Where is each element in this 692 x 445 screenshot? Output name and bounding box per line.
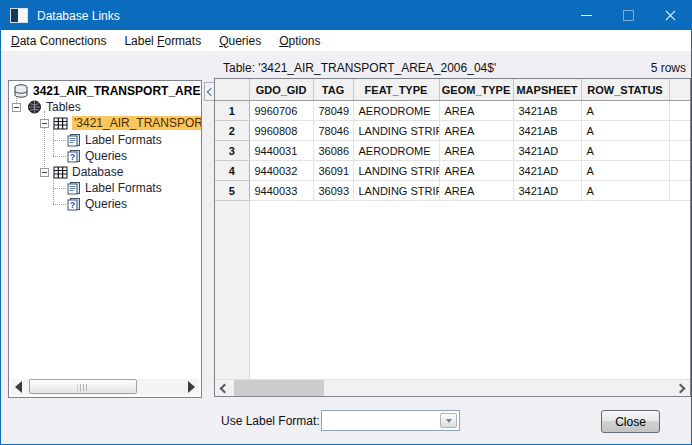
- column-header[interactable]: FEAT_TYPE: [353, 79, 439, 101]
- table-cell[interactable]: 9440033: [249, 181, 313, 201]
- table-cell[interactable]: LANDING STRIP: [353, 121, 439, 141]
- collapse-expander-icon[interactable]: [12, 103, 21, 112]
- tree-node-queries[interactable]: ? Queries: [66, 148, 127, 164]
- row-header[interactable]: 4: [215, 161, 249, 181]
- table-cell[interactable]: LANDING STRIP: [353, 181, 439, 201]
- table-cell[interactable]: A: [581, 101, 669, 121]
- table-cell[interactable]: LANDING STRIP: [353, 161, 439, 181]
- tree-node-queries[interactable]: ? Queries: [66, 196, 127, 212]
- tree-node-label-formats[interactable]: Label Formats: [66, 132, 162, 148]
- scroll-left-icon[interactable]: [15, 381, 22, 393]
- tree-connector: [53, 127, 54, 156]
- tree-connector: [53, 188, 66, 189]
- table-cell[interactable]: A: [581, 161, 669, 181]
- table-grid-icon: [53, 166, 68, 179]
- close-button[interactable]: Close: [601, 410, 660, 433]
- table-cell[interactable]: 9440032: [249, 161, 313, 181]
- grid-scrollbar-thumb[interactable]: [234, 380, 324, 396]
- table-cell[interactable]: [669, 121, 691, 141]
- tree-node-connection-root[interactable]: 3421_AIR_TRANSPORT_AREA: [13, 83, 202, 99]
- scroll-right-icon[interactable]: [188, 381, 195, 393]
- corner-header[interactable]: [215, 79, 249, 101]
- table-cell[interactable]: 3421AB: [513, 121, 581, 141]
- table-cell[interactable]: [669, 101, 691, 121]
- table-cell[interactable]: [669, 141, 691, 161]
- row-header[interactable]: 3: [215, 141, 249, 161]
- tree-node-table-selected[interactable]: '3421_AIR_TRANSPORT_AREA_2006_04$': [40, 115, 202, 131]
- column-header[interactable]: GDO_GID: [249, 79, 313, 101]
- table-cell[interactable]: 36086: [313, 141, 353, 161]
- table-cell[interactable]: 9960706: [249, 101, 313, 121]
- label-format-combobox[interactable]: [321, 410, 460, 431]
- column-header[interactable]: GEOM_TYPE: [439, 79, 513, 101]
- tree-node-label: Label Formats: [85, 133, 162, 147]
- table-cell[interactable]: 36093: [313, 181, 353, 201]
- menu-options[interactable]: Options: [270, 34, 329, 48]
- row-header[interactable]: 5: [215, 181, 249, 201]
- column-header[interactable]: ROW_STATUS: [581, 79, 669, 101]
- table-cell[interactable]: AERODROME: [353, 141, 439, 161]
- menu-queries[interactable]: Queries: [210, 34, 270, 48]
- tree-node-label-formats[interactable]: Label Formats: [66, 180, 162, 196]
- label-formats-icon: [66, 181, 81, 195]
- row-header[interactable]: 2: [215, 121, 249, 141]
- table-cell[interactable]: AREA: [439, 161, 513, 181]
- tree-connector: [53, 204, 66, 205]
- table-cell[interactable]: [669, 161, 691, 181]
- tree-node-label: '3421_AIR_TRANSPORT_AREA_2006_04$': [72, 116, 202, 130]
- combobox-dropdown-button[interactable]: [440, 413, 457, 428]
- table-row: 1 9960706 78049 AERODROME AREA 3421AB A: [215, 101, 691, 121]
- table-cell[interactable]: 3421AD: [513, 161, 581, 181]
- table-cell[interactable]: A: [581, 121, 669, 141]
- grid-horizontal-scrollbar[interactable]: [215, 379, 690, 396]
- row-header[interactable]: 1: [215, 101, 249, 121]
- tree-node-label: Queries: [85, 149, 127, 163]
- table-cell[interactable]: AREA: [439, 181, 513, 201]
- row-header-column-extension: [215, 201, 250, 380]
- menu-bar: Data Connections Label Formats Queries O…: [1, 30, 691, 51]
- minimize-button[interactable]: [565, 1, 607, 30]
- connection-tree-panel: 3421_AIR_TRANSPORT_AREA Tables '3421_AIR…: [8, 80, 202, 398]
- header-row: GDO_GID TAG FEAT_TYPE GEOM_TYPE MAPSHEET…: [215, 79, 691, 101]
- scroll-right-icon[interactable]: [673, 380, 690, 396]
- table-cell[interactable]: 78049: [313, 101, 353, 121]
- column-header[interactable]: TAG: [313, 79, 353, 101]
- close-button-label: Close: [615, 415, 646, 429]
- table-cell[interactable]: 3421AD: [513, 181, 581, 201]
- collapse-expander-icon[interactable]: [40, 168, 49, 177]
- table-cell[interactable]: 9960808: [249, 121, 313, 141]
- table-cell[interactable]: 9440031: [249, 141, 313, 161]
- menu-label-formats[interactable]: Label Formats: [115, 34, 210, 48]
- app-icon: [10, 8, 28, 23]
- maximize-icon: [623, 10, 634, 21]
- table-cell[interactable]: A: [581, 181, 669, 201]
- table-cell[interactable]: [669, 181, 691, 201]
- column-header[interactable]: MAPSHEET: [513, 79, 581, 101]
- table-cell[interactable]: 36091: [313, 161, 353, 181]
- close-icon: [665, 10, 676, 21]
- tree-horizontal-scrollbar[interactable]: [11, 379, 199, 395]
- table-cell[interactable]: A: [581, 141, 669, 161]
- queries-icon: ?: [66, 149, 81, 163]
- table-cell[interactable]: 3421AB: [513, 101, 581, 121]
- scroll-left-icon[interactable]: [215, 380, 232, 396]
- table-cell[interactable]: AREA: [439, 101, 513, 121]
- table-cell[interactable]: 3421AD: [513, 141, 581, 161]
- tree-node-database[interactable]: Database: [40, 164, 123, 180]
- close-window-button[interactable]: [649, 1, 691, 30]
- tree-node-tables[interactable]: Tables: [12, 99, 81, 115]
- tree-scrollbar-thumb[interactable]: [29, 379, 137, 394]
- table-cell[interactable]: 78046: [313, 121, 353, 141]
- window-controls: [565, 1, 691, 30]
- maximize-button[interactable]: [607, 1, 649, 30]
- menu-data-connections[interactable]: Data Connections: [2, 34, 115, 48]
- row-count-label: 5 rows: [651, 61, 686, 75]
- collapse-expander-icon[interactable]: [40, 119, 49, 128]
- table-cell[interactable]: AREA: [439, 141, 513, 161]
- table-cell[interactable]: AERODROME: [353, 101, 439, 121]
- database-icon: [13, 84, 29, 99]
- table-cell[interactable]: AREA: [439, 121, 513, 141]
- column-header[interactable]: L: [669, 79, 691, 101]
- database-links-window: Database Links Data Connections Label Fo…: [0, 0, 692, 445]
- chevron-down-icon: [446, 419, 452, 426]
